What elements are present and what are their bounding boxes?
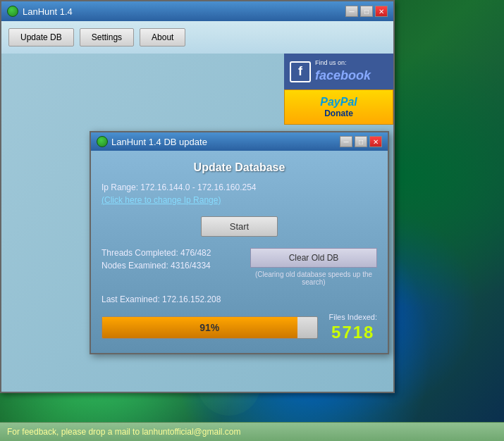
- clear-db-note: (Clearing old database speeds up the sea…: [250, 271, 377, 286]
- status-bar: For feedback, please drop a mail to lanh…: [0, 422, 504, 441]
- main-body: f Find us on: facebook PayPal Donate Lan…: [1, 54, 393, 392]
- files-indexed-section: Files Indexed: 5718: [329, 313, 377, 342]
- main-window: LanHunt 1.4 ─ □ ✕ Update DB Settings Abo…: [0, 0, 395, 393]
- modal-body: Update Database Ip Range: 172.16.144.0 -…: [91, 151, 388, 353]
- status-text: For feedback, please drop a mail to lanh…: [7, 427, 240, 437]
- maximize-button[interactable]: □: [360, 6, 373, 17]
- modal-minimize-button[interactable]: ─: [340, 136, 352, 147]
- paypal-badge[interactable]: PayPal Donate: [284, 89, 393, 125]
- about-button[interactable]: About: [140, 28, 185, 46]
- bottom-section: 91% Files Indexed: 5718: [102, 313, 377, 342]
- close-button[interactable]: ✕: [375, 6, 388, 17]
- facebook-find-text: Find us on:: [315, 59, 371, 68]
- modal-titlebar-left: LanHunt 1.4 DB update: [97, 136, 207, 147]
- modal-maximize-button[interactable]: □: [355, 136, 367, 147]
- update-db-button[interactable]: Update DB: [8, 28, 74, 46]
- facebook-badge[interactable]: f Find us on: facebook: [284, 54, 393, 89]
- paypal-part1: Pay: [320, 96, 340, 108]
- paypal-donate-label: Donate: [290, 108, 387, 118]
- main-window-title: LanHunt 1.4: [23, 6, 73, 17]
- facebook-brand: facebook: [315, 68, 371, 84]
- main-toolbar: Update DB Settings About: [1, 21, 393, 54]
- facebook-icon: f: [290, 61, 311, 82]
- main-window-icon: [7, 6, 18, 17]
- sidebar: f Find us on: facebook PayPal Donate: [284, 54, 393, 125]
- modal-heading: Update Database: [102, 161, 377, 174]
- facebook-text: Find us on: facebook: [315, 59, 371, 84]
- ip-range-label: Ip Range: 172.16.144.0 - 172.16.160.254: [102, 182, 377, 192]
- start-button[interactable]: Start: [201, 216, 278, 237]
- files-indexed-label: Files Indexed:: [329, 313, 377, 321]
- progress-label: 91%: [199, 322, 219, 333]
- main-titlebar-left: LanHunt 1.4: [7, 6, 73, 17]
- start-btn-container: Start: [102, 216, 377, 237]
- main-titlebar-controls: ─ □ ✕: [345, 6, 388, 17]
- paypal-logo: PayPal: [290, 96, 387, 108]
- stats-section: Threads Completed: 476/482 Nodes Examine…: [102, 248, 211, 273]
- clear-db-button[interactable]: Clear Old DB: [250, 248, 377, 268]
- progress-container: 91%: [102, 316, 318, 339]
- last-examined: Last Examined: 172.16.152.208: [102, 294, 377, 304]
- modal-title: LanHunt 1.4 DB update: [111, 137, 207, 147]
- db-update-modal: LanHunt 1.4 DB update ─ □ ✕ Update Datab…: [90, 131, 389, 354]
- clear-db-section: Clear Old DB (Clearing old database spee…: [250, 248, 377, 286]
- modal-close-button[interactable]: ✕: [369, 136, 382, 147]
- nodes-stat: Nodes Examined: 4316/4334: [102, 261, 211, 271]
- progress-bar-outer: 91%: [102, 316, 318, 339]
- modal-titlebar: LanHunt 1.4 DB update ─ □ ✕: [91, 132, 388, 151]
- ip-range-link[interactable]: (Click here to change Ip Range): [102, 195, 377, 205]
- files-indexed-count: 5718: [329, 323, 377, 342]
- threads-stat: Threads Completed: 476/482: [102, 248, 211, 258]
- modal-icon: [97, 136, 108, 147]
- settings-button[interactable]: Settings: [80, 28, 134, 46]
- modal-controls: ─ □ ✕: [340, 136, 382, 147]
- main-titlebar: LanHunt 1.4 ─ □ ✕: [1, 1, 393, 21]
- paypal-part2: Pal: [340, 96, 357, 108]
- minimize-button[interactable]: ─: [345, 6, 358, 17]
- stats-and-clear: Threads Completed: 476/482 Nodes Examine…: [102, 248, 377, 286]
